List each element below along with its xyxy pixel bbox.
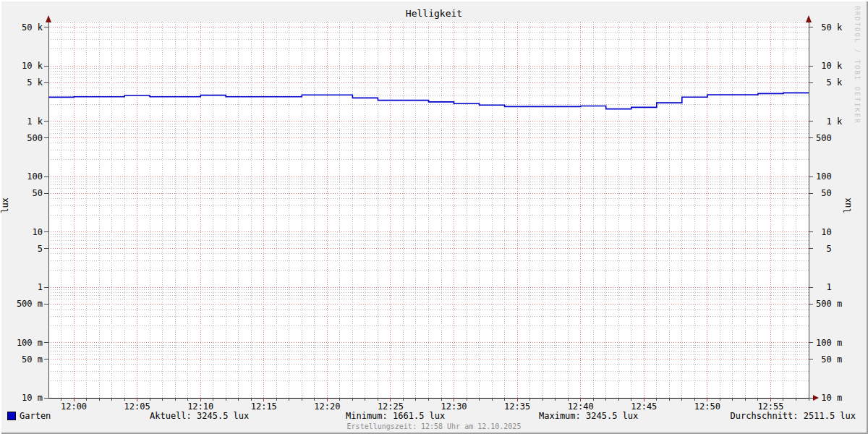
x-tick-label: 12:50 (694, 402, 720, 411)
x-tick-label: 12:20 (314, 402, 340, 411)
x-tick-label: 12:15 (251, 402, 277, 411)
y-tick-label-right: 100 m (816, 339, 842, 347)
y-axis-label-right: lux (843, 197, 853, 213)
x-tick-label: 12:05 (124, 402, 150, 411)
x-tick-label: 12:30 (441, 402, 467, 411)
y-axis-label-left: lux (0, 197, 10, 213)
legend-row: Garten Aktuell: 3245.5 lux Minimum: 1661… (0, 411, 868, 422)
y-tick-label-left: 5 (0, 244, 43, 253)
y-tick-label-left: 5 k (0, 78, 43, 87)
rrdtool-watermark: RRDTOOL / TOBI OETIKER (854, 6, 861, 124)
y-tick-label-left: 500 (0, 134, 43, 142)
y-tick-label-right: 1 (816, 283, 832, 292)
y-tick-label-left: 50 k (0, 23, 43, 32)
legend-series-label: Garten (20, 411, 51, 421)
y-tick-label-right: 1 k (816, 117, 842, 126)
y-tick-label-left: 10 k (0, 61, 43, 70)
y-tick-label-left: 100 m (0, 339, 43, 347)
stat-maximum: Maximum: 3245.5 lux (539, 411, 638, 421)
stat-minimum: Minimum: 1661.5 lux (346, 411, 445, 421)
y-tick-label-left: 100 (0, 172, 43, 181)
rrdtool-graph: Helligkeit lux lux RRDTOOL / TOBI OETIKE… (0, 0, 868, 434)
y-tick-label-right: 10 k (816, 61, 842, 70)
y-tick-label-left: 500 m (0, 299, 43, 308)
x-tick-label: 12:45 (631, 402, 657, 411)
y-tick-label-right: 500 m (816, 299, 842, 308)
x-tick-label: 12:10 (187, 402, 213, 411)
y-tick-label-left: 1 (0, 283, 43, 292)
y-tick-label-left: 50 m (0, 355, 43, 364)
y-tick-label-left: 10 m (0, 393, 43, 402)
y-tick-label-right: 50 m (816, 355, 842, 364)
chart-canvas (0, 0, 868, 434)
x-tick-label: 12:25 (378, 402, 404, 411)
chart-title: Helligkeit (0, 8, 868, 19)
stat-durchschnitt: Durchschnitt: 2511.5 lux (731, 411, 856, 421)
x-tick-label: 12:55 (757, 402, 783, 411)
creation-time: Erstellungszeit: 12:58 Uhr am 12.10.2025 (0, 422, 868, 430)
y-tick-label-left: 1 k (0, 117, 43, 126)
y-tick-label-right: 10 m (816, 393, 842, 402)
y-tick-label-right: 10 (816, 228, 832, 237)
y-tick-label-left: 10 (0, 228, 43, 237)
y-tick-label-right: 50 k (816, 23, 842, 32)
x-tick-label: 12:35 (504, 402, 530, 411)
x-tick-label: 12:00 (61, 402, 87, 411)
stat-aktuell: Aktuell: 3245.5 lux (150, 411, 249, 421)
y-tick-label-right: 5 k (816, 78, 842, 87)
y-tick-label-left: 50 (0, 189, 43, 197)
y-tick-label-right: 100 (816, 172, 832, 181)
y-tick-label-right: 50 (816, 189, 832, 197)
y-tick-label-right: 500 (816, 134, 832, 142)
x-tick-label: 12:40 (568, 402, 594, 411)
legend-swatch (7, 412, 16, 420)
y-tick-label-right: 5 (816, 244, 832, 253)
